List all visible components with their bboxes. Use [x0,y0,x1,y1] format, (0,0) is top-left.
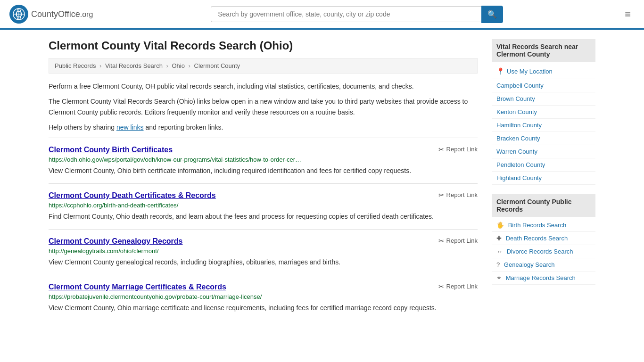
divorce-records-link[interactable]: Divorce Records Search [507,248,573,255]
search-form: 🔍 [211,6,503,23]
report-icon: ✂ [438,191,444,199]
result-desc: View Clermont County genealogical record… [49,257,478,267]
report-icon: ✂ [438,146,444,153]
result-card: Clermont County Marriage Certificates & … [49,275,478,321]
use-my-location[interactable]: 📍 Use My Location [492,64,595,79]
sidebar-public-records-section: Clermont County Public Records 🖐 Birth R… [492,194,595,285]
result-desc: View Clermont County, Ohio marriage cert… [49,303,478,313]
logo-text: CountyOffice.org [31,9,93,19]
campbell-county-link[interactable]: Campbell County [496,82,544,89]
death-records-link[interactable]: Death Records Search [506,235,568,242]
result-url[interactable]: https://probatejuvenile.clermontcountyoh… [49,293,478,300]
highland-county-link[interactable]: Highland County [496,174,542,181]
report-link[interactable]: ✂ Report Link [438,146,478,153]
result-url[interactable]: https://ccphohio.org/birth-and-death-cer… [49,202,478,209]
report-link[interactable]: ✂ Report Link [438,237,478,245]
result-header: Clermont County Marriage Certificates & … [49,283,478,291]
pendleton-county-link[interactable]: Pendleton County [496,161,545,168]
sidebar-genealogy[interactable]: ? Genealogy Search [492,258,595,272]
sidebar-public-records-title: Clermont County Public Records [492,194,595,217]
sidebar-birth-records[interactable]: 🖐 Birth Records Search [492,219,595,232]
bracken-county-link[interactable]: Bracken County [496,135,540,142]
sidebar-item-kenton[interactable]: Kenton County [492,106,595,119]
kenton-county-link[interactable]: Kenton County [496,108,537,115]
sidebar-item-campbell[interactable]: Campbell County [492,79,595,92]
breadcrumb: Public Records › Vital Records Search › … [49,58,478,74]
sidebar-item-warren[interactable]: Warren County [492,145,595,158]
report-icon: ✂ [438,283,444,290]
result-card: Clermont County Genealogy Records ✂ Repo… [49,229,478,275]
sidebar-item-hamilton[interactable]: Hamilton County [492,119,595,132]
search-button[interactable]: 🔍 [481,6,503,23]
question-icon: ? [496,261,500,268]
logo-icon [9,5,28,24]
breadcrumb-vital-records[interactable]: Vital Records Search [105,62,163,69]
result-url[interactable]: https://odh.ohio.gov/wps/portal/gov/odh/… [49,156,478,163]
hand-icon: 🖐 [496,222,504,229]
report-link[interactable]: ✂ Report Link [438,283,478,290]
marriage-records-link[interactable]: Marriage Records Search [506,274,576,281]
result-title[interactable]: Clermont County Marriage Certificates & … [49,283,226,291]
result-title[interactable]: Clermont County Genealogy Records [49,237,183,246]
menu-button[interactable]: ≡ [621,6,635,22]
search-input[interactable] [211,6,481,22]
result-header: Clermont County Birth Certificates ✂ Rep… [49,146,478,154]
sidebar-nearby-title: Vital Records Search near Clermont Count… [492,39,595,62]
sidebar-nearby-section: Vital Records Search near Clermont Count… [492,39,595,185]
description-2: The Clermont County Vital Records Search… [49,96,478,117]
breadcrumb-ohio[interactable]: Ohio [172,62,185,69]
logo[interactable]: CountyOffice.org [9,5,93,24]
breadcrumb-public-records[interactable]: Public Records [55,62,96,69]
page-title: Clermont County Vital Records Search (Oh… [49,39,478,52]
report-icon: ✂ [438,237,444,245]
result-title[interactable]: Clermont County Birth Certificates [49,146,173,154]
genealogy-link[interactable]: Genealogy Search [504,261,555,268]
result-title[interactable]: Clermont County Death Certificates & Rec… [49,191,216,200]
sidebar-divorce-records[interactable]: ↔ Divorce Records Search [492,245,595,258]
result-header: Clermont County Death Certificates & Rec… [49,191,478,200]
birth-records-link[interactable]: Birth Records Search [508,222,567,229]
brown-county-link[interactable]: Brown County [496,95,535,102]
result-url[interactable]: http://genealogytrails.com/ohio/clermont… [49,247,478,255]
plus-icon: ✚ [496,235,502,242]
description-1: Perform a free Clermont County, OH publi… [49,81,478,91]
site-header: CountyOffice.org 🔍 ≡ [0,0,644,30]
breadcrumb-county[interactable]: Clermont County [194,62,240,69]
warren-county-link[interactable]: Warren County [496,148,537,155]
sidebar-item-pendleton[interactable]: Pendleton County [492,158,595,172]
sidebar-item-brown[interactable]: Brown County [492,92,595,106]
location-pin-icon: 📍 [496,67,504,75]
arrows-icon: ↔ [496,248,503,255]
report-link[interactable]: ✂ Report Link [438,191,478,199]
content-area: Clermont County Vital Records Search (Oh… [49,39,478,321]
sidebar-marriage-records[interactable]: ⚭ Marriage Records Search [492,272,595,285]
sidebar: Vital Records Search near Clermont Count… [492,39,595,321]
result-card: Clermont County Death Certificates & Rec… [49,183,478,229]
sidebar-item-bracken[interactable]: Bracken County [492,132,595,145]
description-3: Help others by sharing new links and rep… [49,122,478,132]
hamilton-county-link[interactable]: Hamilton County [496,122,542,129]
rings-icon: ⚭ [496,274,502,281]
result-desc: Find Clermont County, Ohio death records… [49,212,478,222]
result-desc: View Clermont County, Ohio birth certifi… [49,166,478,176]
result-card: Clermont County Birth Certificates ✂ Rep… [49,138,478,183]
main-container: Clermont County Vital Records Search (Oh… [39,30,605,330]
new-links-link[interactable]: new links [116,123,144,131]
sidebar-death-records[interactable]: ✚ Death Records Search [492,232,595,245]
result-header: Clermont County Genealogy Records ✂ Repo… [49,237,478,246]
sidebar-item-highland[interactable]: Highland County [492,172,595,185]
